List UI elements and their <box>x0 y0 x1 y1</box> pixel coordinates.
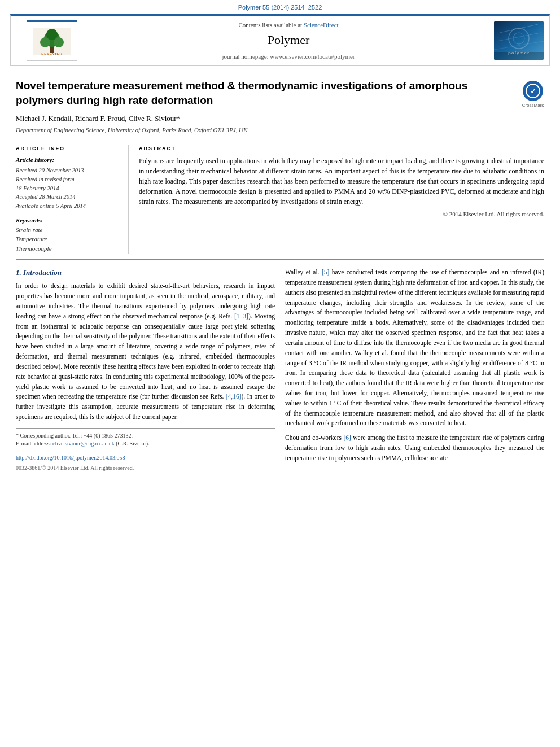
section1-para2: Walley et al. [5] have conducted tests c… <box>285 268 544 429</box>
body-content: 1. Introduction In order to design mater… <box>16 260 544 472</box>
elsevier-tree-icon: ELSEVIER <box>32 27 72 56</box>
keywords-label: Keywords: <box>16 216 120 225</box>
science-direct-line: Contents lists available at ScienceDirec… <box>83 21 494 29</box>
abstract-text: Polymers are frequently used in applicat… <box>139 156 544 207</box>
article-history-label: Article history: <box>16 156 120 164</box>
section1-para3: Chou and co-workers [6] were among the f… <box>285 433 544 463</box>
available-date: Available online 5 April 2014 <box>16 202 120 211</box>
science-direct-link[interactable]: ScienceDirect <box>304 21 339 28</box>
svg-text:polymer: polymer <box>508 50 530 55</box>
affiliation: Department of Engineering Science, Unive… <box>16 126 516 134</box>
email-link[interactable]: clive.siviour@eng.ox.ac.uk <box>53 440 115 447</box>
ref-link-1-3[interactable]: [1–3] <box>234 313 248 320</box>
svg-text:ELSEVIER: ELSEVIER <box>41 52 63 55</box>
article-title-text: Novel temperature measurement method & t… <box>16 78 516 134</box>
corresponding-author: * Corresponding author. Tel.: +44 (0) 18… <box>16 432 275 440</box>
page: Polymer 55 (2014) 2514–2522 ELSEVIER <box>0 0 560 747</box>
revised-date: 18 February 2014 <box>16 185 120 193</box>
footnote-area: * Corresponding author. Tel.: +44 (0) 18… <box>16 428 275 448</box>
ref-link-6[interactable]: [6] <box>343 434 351 441</box>
svg-rect-7 <box>494 21 544 60</box>
article-title: Novel temperature measurement method & t… <box>16 78 516 107</box>
article-title-section: Novel temperature measurement method & t… <box>16 72 544 139</box>
article-info-heading: ARTICLE INFO <box>16 145 120 152</box>
section1-para1: In order to design materials to exhibit … <box>16 281 275 422</box>
svg-text:✓: ✓ <box>530 87 536 95</box>
ref-link-4-16[interactable]: [4,16] <box>226 393 242 400</box>
abstract-heading: ABSTRACT <box>139 145 544 152</box>
main-content: Novel temperature measurement method & t… <box>0 66 560 478</box>
keyword-3: Thermocouple <box>16 244 120 253</box>
accepted-date: Accepted 28 March 2014 <box>16 193 120 202</box>
article-info-col: ARTICLE INFO Article history: Received 2… <box>16 145 129 254</box>
crossmark-icon: ✓ <box>523 81 543 101</box>
crossmark-area: ✓ CrossMark <box>522 78 544 108</box>
abstract-copyright: © 2014 Elsevier Ltd. All rights reserved… <box>139 210 544 219</box>
homepage-link: journal homepage: www.elsevier.com/locat… <box>83 53 494 61</box>
article-info-abstract: ARTICLE INFO Article history: Received 2… <box>16 139 544 260</box>
doi-link[interactable]: http://dx.doi.org/10.1016/j.polymer.2014… <box>16 455 125 461</box>
elsevier-logo-section: ELSEVIER <box>27 20 77 61</box>
crossmark-label: CrossMark <box>522 102 544 108</box>
ref-link-5[interactable]: [5] <box>322 269 329 276</box>
keyword-1: Strain rate <box>16 226 120 234</box>
svg-point-5 <box>46 29 58 40</box>
received-revised-label: Received in revised form <box>16 176 120 184</box>
keyword-2: Temperature <box>16 235 120 243</box>
issn-copyright: 0032-3861/© 2014 Elsevier Ltd. All right… <box>16 464 275 472</box>
cover-svg: polymer <box>494 21 544 60</box>
polymer-cover-image: polymer <box>494 21 544 60</box>
journal-header: ELSEVIER Contents lists available at Sci… <box>10 14 550 66</box>
journal-title: Polymer <box>83 32 494 49</box>
section1-title: 1. Introduction <box>16 268 275 278</box>
authors: Michael J. Kendall, Richard F. Froud, Cl… <box>16 113 516 124</box>
abstract-col: ABSTRACT Polymers are frequently used in… <box>139 145 544 254</box>
received-date: Received 20 November 2013 <box>16 167 120 175</box>
email-line: E-mail address: clive.siviour@eng.ox.ac.… <box>16 440 275 448</box>
crossmark-badge[interactable]: ✓ <box>523 81 543 101</box>
doi-area: http://dx.doi.org/10.1016/j.polymer.2014… <box>16 452 275 462</box>
body-col-right: Walley et al. [5] have conducted tests c… <box>285 268 544 472</box>
citation-text: Polymer 55 (2014) 2514–2522 <box>238 4 322 11</box>
body-col-left: 1. Introduction In order to design mater… <box>16 268 275 472</box>
citation-bar: Polymer 55 (2014) 2514–2522 <box>0 0 560 14</box>
journal-center: Contents lists available at ScienceDirec… <box>83 21 494 62</box>
